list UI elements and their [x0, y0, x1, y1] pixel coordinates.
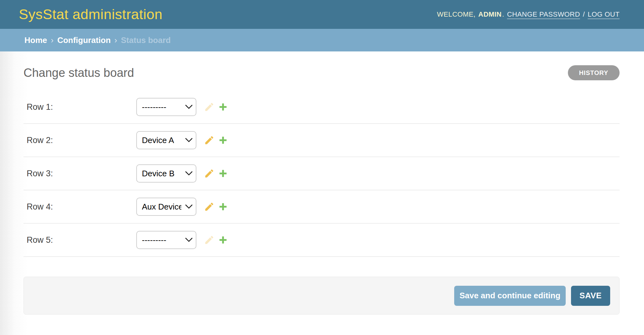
edit-pencil-icon	[204, 102, 215, 112]
row-label: Row 1:	[27, 102, 136, 112]
app-header: SysStat administration WELCOME, ADMIN . …	[0, 0, 644, 29]
add-plus-icon[interactable]	[218, 235, 228, 245]
row-select-wrap: Aux Device	[136, 198, 196, 216]
row-label: Row 3:	[27, 169, 136, 178]
site-title-link[interactable]: SysStat administration	[19, 6, 163, 23]
row-select-wrap: ---------	[136, 231, 196, 249]
user-tools: WELCOME, ADMIN . CHANGE PASSWORD / LOG O…	[437, 10, 620, 19]
form-row: Row 2: Device A	[23, 124, 620, 157]
row-device-select[interactable]: ---------	[136, 98, 196, 116]
page-title: Change status board	[23, 66, 134, 80]
row-device-select[interactable]: ---------	[136, 231, 196, 249]
row-label: Row 4:	[27, 202, 136, 212]
row-device-select[interactable]: Device A	[136, 131, 196, 149]
edit-pencil-icon[interactable]	[204, 168, 215, 179]
edit-pencil-icon[interactable]	[204, 135, 215, 146]
row-device-select[interactable]: Aux Device	[136, 198, 196, 216]
form-row: Row 3: Device B	[23, 157, 620, 190]
form-row: Row 5: ---------	[23, 224, 620, 257]
row-select-wrap: ---------	[136, 98, 196, 116]
submit-row: Save and continue editing SAVE	[23, 277, 620, 315]
add-plus-icon[interactable]	[218, 169, 228, 178]
form-row: Row 1: ---------	[23, 91, 620, 124]
breadcrumb-separator: ›	[51, 35, 54, 45]
save-button[interactable]: SAVE	[571, 286, 610, 306]
change-password-link[interactable]: CHANGE PASSWORD	[507, 10, 580, 19]
add-plus-icon[interactable]	[218, 202, 228, 211]
history-button[interactable]: HISTORY	[568, 65, 620, 80]
save-and-continue-button[interactable]: Save and continue editing	[454, 286, 566, 306]
page-header: Change status board HISTORY	[23, 51, 620, 80]
links-separator: /	[583, 10, 585, 19]
username: ADMIN	[478, 10, 501, 19]
welcome-period: .	[502, 10, 504, 19]
edit-pencil-icon[interactable]	[204, 201, 215, 212]
row-select-wrap: Device A	[136, 131, 196, 149]
row-label: Row 2:	[27, 136, 136, 145]
form-rows: Row 1: ---------	[23, 91, 620, 257]
breadcrumb: Home › Configuration › Status board	[0, 29, 644, 51]
edit-pencil-icon	[204, 235, 215, 245]
welcome-text: WELCOME,	[437, 10, 475, 19]
breadcrumb-home-link[interactable]: Home	[24, 35, 47, 45]
main-content: Change status board HISTORY Row 1: -----…	[0, 51, 644, 335]
add-plus-icon[interactable]	[218, 136, 228, 145]
form-row: Row 4: Aux Device	[23, 190, 620, 224]
breadcrumb-configuration-link[interactable]: Configuration	[57, 35, 111, 45]
add-plus-icon[interactable]	[218, 102, 228, 112]
row-device-select[interactable]: Device B	[136, 164, 196, 183]
log-out-link[interactable]: LOG OUT	[588, 10, 620, 19]
row-select-wrap: Device B	[136, 164, 196, 183]
breadcrumb-current-page: Status board	[121, 35, 171, 45]
breadcrumb-separator: ›	[114, 35, 117, 45]
row-label: Row 5:	[27, 235, 136, 245]
